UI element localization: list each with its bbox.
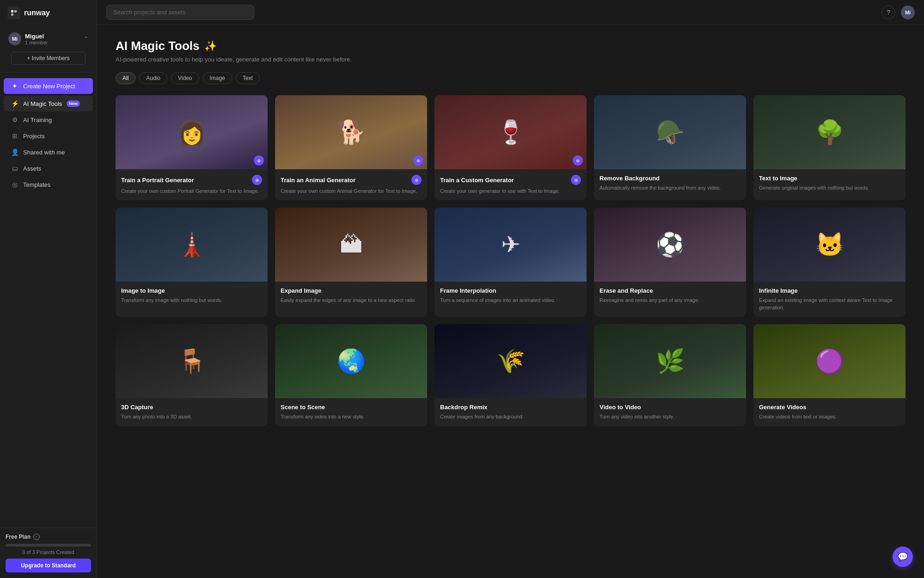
tool-desc-remove-background: Automatically remove the background from… [600, 184, 740, 191]
tool-card-image-frame-interpolation: ✈ [434, 208, 587, 282]
info-icon[interactable]: i [33, 534, 40, 540]
tool-title-image-to-image: Image to Image [121, 287, 165, 294]
tool-card-row3e[interactable]: 🟣Generate VideosCreate videos from text … [753, 324, 906, 426]
tool-card-text-to-image[interactable]: 🌳Text to ImageGenerate original images w… [753, 95, 906, 200]
filter-tab-all[interactable]: All [116, 72, 135, 84]
tool-card-infinite-image[interactable]: 🐱Infinite ImageExpand an existing image … [753, 208, 906, 317]
assets-icon: 🗂 [11, 165, 18, 172]
tool-card-image-infinite-image: 🐱 [753, 208, 906, 282]
search-input[interactable] [106, 5, 254, 20]
tool-card-remove-background[interactable]: 🪖Remove BackgroundAutomatically remove t… [594, 95, 746, 200]
tool-title-remove-background: Remove Background [600, 175, 660, 182]
invite-members-button[interactable]: + Invite Members [11, 52, 86, 65]
tool-desc-text-to-image: Generate original images with nothing bu… [759, 184, 900, 191]
tool-card-custom-generator[interactable]: 🍷⊕Train a Custom Generator⊕Create your o… [434, 95, 587, 200]
tool-desc-custom-generator: Create your own generator to use with Te… [440, 188, 581, 195]
shared-icon: 👤 [11, 148, 18, 156]
sidebar-item-ai-training[interactable]: ⚙ AI Training [4, 112, 93, 128]
tool-title-row3e: Generate Videos [759, 404, 806, 411]
logo-icon [7, 6, 20, 19]
tool-card-badge: ⊕ [573, 155, 583, 166]
tool-desc-erase-and-replace: Reimagine and remix any part of any imag… [600, 297, 740, 304]
tool-card-erase-and-replace[interactable]: ⚽Erase and ReplaceReimagine and remix an… [594, 208, 746, 317]
tool-title-frame-interpolation: Frame Interpolation [440, 287, 496, 294]
user-avatar[interactable]: Mi [901, 6, 915, 19]
tool-badge-icon-portrait-generator: ⊕ [252, 175, 262, 185]
page-title-row: AI Magic Tools ✨ [116, 39, 906, 53]
tool-card-image-row3d: 🌿 [594, 324, 746, 398]
tool-desc-image-to-image: Transform any image with nothing but wor… [121, 297, 262, 304]
sidebar-footer: Free Plan i 0 of 3 Projects Created Upgr… [0, 528, 97, 578]
logo-area: runway [0, 0, 97, 26]
tool-card-frame-interpolation[interactable]: ✈Frame InterpolationTurn a sequence of i… [434, 208, 587, 317]
tool-desc-row3e: Create videos from text or images. [759, 413, 900, 420]
workspace-avatar: Mi [8, 32, 21, 45]
tool-desc-infinite-image: Expand an existing image with context aw… [759, 297, 900, 311]
help-button[interactable]: ? [881, 6, 895, 19]
tool-card-image-image-to-image: 🗼 [116, 208, 268, 282]
magic-icon: ⚡ [11, 100, 18, 107]
sidebar-item-create-project[interactable]: ✦ Create New Project [4, 78, 93, 94]
sidebar-item-assets[interactable]: 🗂 Assets [4, 160, 93, 176]
tool-card-portrait-generator[interactable]: 👩⊕Train a Portrait Generator⊕Create your… [116, 95, 268, 200]
tool-desc-row3d: Turn any video into another style. [600, 413, 740, 420]
filter-tab-audio[interactable]: Audio [139, 72, 167, 84]
svg-rect-0 [11, 10, 13, 12]
tool-card-row3c[interactable]: 🌾Backdrop RemixCreate images from any ba… [434, 324, 587, 426]
sidebar-item-ai-magic-tools[interactable]: ⚡ AI Magic Tools New [4, 96, 93, 111]
projects-count-label: 0 of 3 Projects Created [6, 549, 91, 555]
tool-card-row3d[interactable]: 🌿Video to VideoTurn any video into anoth… [594, 324, 746, 426]
ai-magic-tools-label: AI Magic Tools [23, 100, 62, 107]
tool-card-image-custom-generator: 🍷⊕ [434, 95, 587, 169]
tool-title-expand-image: Expand Image [281, 287, 321, 294]
assets-label: Assets [23, 165, 41, 172]
tool-card-image-expand-image: 🏔 [275, 208, 427, 282]
shared-label: Shared with me [23, 149, 65, 156]
plus-icon: ✦ [11, 82, 18, 90]
page-content: AI Magic Tools ✨ AI-powered creative too… [97, 25, 924, 578]
projects-icon: ⊞ [11, 132, 18, 140]
tool-card-image-to-image[interactable]: 🗼Image to ImageTransform any image with … [116, 208, 268, 317]
tool-card-row3b[interactable]: 🌏Scene to SceneTransform any video into … [275, 324, 427, 426]
filter-tab-text[interactable]: Text [236, 72, 260, 84]
tool-card-image-row3b: 🌏 [275, 324, 427, 398]
sidebar-item-projects[interactable]: ⊞ Projects [4, 128, 93, 144]
filter-tab-video[interactable]: Video [171, 72, 199, 84]
create-project-label: Create New Project [23, 83, 75, 90]
tool-title-row3b: Scene to Scene [281, 404, 325, 411]
svg-rect-1 [14, 10, 17, 12]
tool-title-portrait-generator: Train a Portrait Generator [121, 177, 194, 184]
projects-label: Projects [23, 133, 45, 140]
logo-text: runway [24, 9, 50, 17]
tool-card-image-row3e: 🟣 [753, 324, 906, 398]
filter-tabs: AllAudioVideoImageText [116, 72, 906, 84]
chat-bubble-button[interactable]: 💬 [893, 547, 913, 567]
sidebar-item-templates[interactable]: ◎ Templates [4, 177, 93, 192]
filter-tab-image[interactable]: Image [203, 72, 232, 84]
tool-title-row3c: Backdrop Remix [440, 404, 488, 411]
top-bar-right: ? Mi [881, 6, 915, 19]
tool-card-badge: ⊕ [413, 155, 423, 166]
tool-desc-portrait-generator: Create your own custom Portrait Generato… [121, 188, 262, 195]
tool-card-image-row3c: 🌾 [434, 324, 587, 398]
workspace-section: Mi Miguel 1 member ⌃ + Invite Members [0, 26, 97, 73]
tool-card-row3a[interactable]: 🪑3D CaptureTurn any photo into a 3D asse… [116, 324, 268, 426]
new-badge: New [67, 100, 80, 107]
tool-card-animal-generator[interactable]: 🐕⊕Train an Animal Generator⊕Create your … [275, 95, 427, 200]
tool-card-image-erase-and-replace: ⚽ [594, 208, 746, 282]
ai-training-label: AI Training [23, 117, 52, 123]
tool-desc-frame-interpolation: Turn a sequence of images into an animat… [440, 297, 581, 304]
free-plan-row: Free Plan i [6, 534, 91, 540]
training-icon: ⚙ [11, 116, 18, 123]
tool-desc-animal-generator: Create your own custom Animal Generator … [281, 188, 422, 195]
tool-desc-row3c: Create images from any background. [440, 413, 581, 420]
tool-desc-row3b: Transform any video into a new style. [281, 413, 422, 420]
page-subtitle: AI-powered creative tools to help you id… [116, 56, 906, 63]
upgrade-button[interactable]: Upgrade to Standard [6, 559, 91, 572]
page-title: AI Magic Tools [116, 39, 200, 53]
sidebar-item-shared[interactable]: 👤 Shared with me [4, 144, 93, 160]
tool-card-expand-image[interactable]: 🏔Expand ImageEasily expand the edges of … [275, 208, 427, 317]
tool-title-infinite-image: Infinite Image [759, 287, 798, 294]
workspace-row[interactable]: Mi Miguel 1 member ⌃ [6, 30, 91, 48]
progress-bar [6, 544, 91, 547]
